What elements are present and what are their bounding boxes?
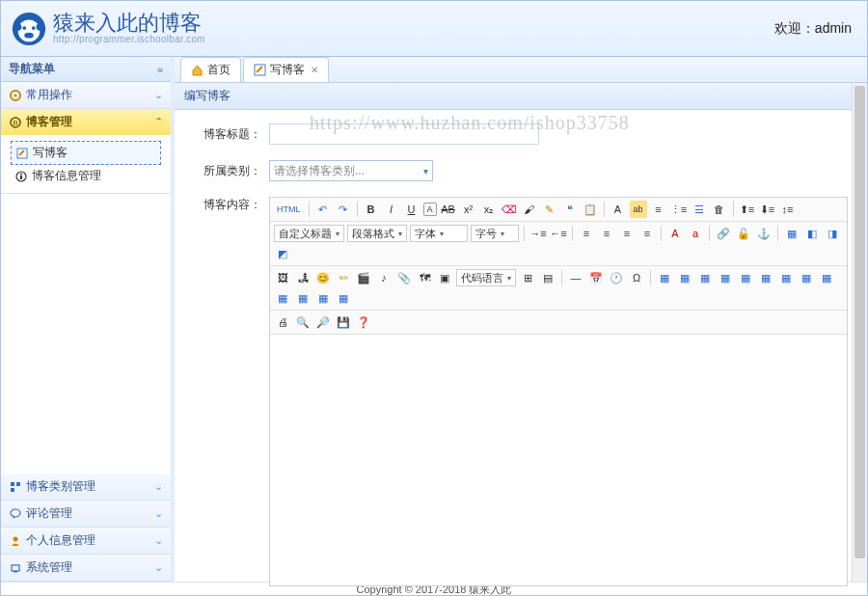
editor-toolbar-4: 🖨 🔍 🔎 💾 ❓: [270, 311, 847, 335]
subscript-icon[interactable]: x₂: [480, 201, 498, 218]
print-icon[interactable]: 🖨: [274, 313, 291, 331]
sidebar-section-blog[interactable]: B 博客管理 ⌃: [1, 109, 171, 135]
underline-icon[interactable]: U: [403, 201, 420, 218]
italic-icon[interactable]: I: [383, 201, 400, 218]
bold-icon[interactable]: B: [363, 201, 380, 218]
insertimage-icon[interactable]: 🏞: [294, 269, 312, 286]
font-select[interactable]: 字体▾: [410, 225, 468, 242]
searchreplace-icon[interactable]: 🔎: [314, 313, 332, 331]
time-icon[interactable]: 🕐: [608, 269, 625, 286]
editor-content-area[interactable]: [270, 335, 847, 585]
forecolor-icon[interactable]: A: [610, 201, 627, 218]
rowspacingbottom-icon[interactable]: ⬇≡: [759, 201, 776, 218]
attachment-icon[interactable]: 📎: [395, 269, 413, 286]
outdent-icon[interactable]: ←≡: [550, 225, 567, 242]
deletecol-icon[interactable]: ▦: [777, 269, 795, 286]
collapse-sidebar-icon[interactable]: «: [157, 64, 163, 75]
date-icon[interactable]: 📅: [587, 269, 605, 286]
backcolor-icon[interactable]: ab: [630, 201, 647, 218]
sidebar-section-common[interactable]: 常用操作 ⌄: [1, 82, 171, 108]
insertcol-icon[interactable]: ▦: [757, 269, 774, 286]
horizontal-icon[interactable]: —: [567, 269, 584, 286]
rowspacingtop-icon[interactable]: ⬆≡: [739, 201, 756, 218]
mergeright-icon[interactable]: ▦: [818, 269, 835, 286]
template-icon[interactable]: ⊞: [519, 269, 536, 286]
spechars-icon[interactable]: Ω: [628, 269, 645, 286]
removeformat-icon[interactable]: ⌫: [501, 201, 518, 218]
justifycenter-icon[interactable]: ≡: [598, 225, 615, 242]
fontsize-select[interactable]: 字号▾: [471, 225, 519, 242]
imagenone-icon[interactable]: ▦: [783, 225, 800, 242]
superscript-icon[interactable]: x²: [460, 201, 477, 218]
selectall-icon[interactable]: ☰: [691, 201, 708, 218]
drafts-icon[interactable]: 💾: [335, 313, 352, 331]
insertunorderedlist-icon[interactable]: ⋮≡: [670, 201, 688, 218]
insertframe-icon[interactable]: ▣: [436, 269, 453, 286]
lineheight-icon[interactable]: ↕≡: [779, 201, 797, 218]
touppercase-icon[interactable]: A: [666, 225, 684, 242]
mergedown-icon[interactable]: ▦: [274, 289, 291, 307]
close-tab-icon[interactable]: ✕: [311, 65, 318, 75]
redo-icon[interactable]: ↷: [335, 201, 352, 218]
splittocols-icon[interactable]: ▦: [335, 289, 352, 307]
deleterow-icon[interactable]: ▦: [737, 269, 754, 286]
info-icon: [14, 170, 28, 183]
fontborder-icon[interactable]: A: [423, 203, 437, 216]
formatmatch-icon[interactable]: 🖌: [521, 201, 538, 218]
splittorows-icon[interactable]: ▦: [314, 289, 332, 307]
svg-point-14: [20, 173, 22, 175]
sidebar-item-write-blog[interactable]: 写博客: [11, 141, 161, 165]
imageleft-icon[interactable]: ◧: [803, 225, 821, 242]
scrawl-icon[interactable]: ✏: [335, 269, 352, 286]
category-placeholder: 请选择博客类别...: [274, 163, 365, 179]
blog-title-input[interactable]: [269, 123, 539, 145]
strikethrough-icon[interactable]: AB: [440, 201, 457, 218]
sidebar-item-blog-info[interactable]: 博客信息管理: [11, 165, 161, 187]
inserttable-icon[interactable]: ▦: [656, 269, 673, 286]
chevron-up-icon: ⌃: [154, 116, 163, 128]
emotion-icon[interactable]: 😊: [314, 269, 332, 286]
sidebar-section-profile[interactable]: 个人信息管理⌄: [1, 528, 171, 554]
simpleupload-icon[interactable]: 🖼: [274, 269, 291, 286]
heading-select[interactable]: 自定义标题▾: [274, 225, 344, 242]
justifyjustify-icon[interactable]: ≡: [638, 225, 656, 242]
background-icon[interactable]: ▤: [539, 269, 556, 286]
undo-icon[interactable]: ↶: [314, 201, 332, 218]
autotypeset-icon[interactable]: ✎: [541, 201, 558, 218]
sidebar-section-comment[interactable]: 评论管理⌄: [1, 501, 171, 527]
category-select[interactable]: 请选择博客类别... ▾: [269, 160, 433, 181]
codelang-select[interactable]: 代码语言▾: [456, 269, 516, 286]
pasteplain-icon[interactable]: 📋: [582, 201, 599, 218]
insertvideo-icon[interactable]: 🎬: [355, 269, 372, 286]
sidebar-section-category[interactable]: 博客类别管理⌄: [1, 474, 171, 500]
preview-icon[interactable]: 🔍: [294, 313, 312, 331]
sidebar-section-system[interactable]: 系统管理⌄: [1, 555, 171, 581]
splittocells-icon[interactable]: ▦: [294, 289, 312, 307]
mergecells-icon[interactable]: ▦: [798, 269, 815, 286]
category-icon: [9, 480, 22, 494]
vertical-scrollbar[interactable]: [852, 84, 867, 582]
deletetable-icon[interactable]: ▦: [676, 269, 693, 286]
map-icon[interactable]: 🗺: [416, 269, 433, 286]
insertorderedlist-icon[interactable]: ≡: [650, 201, 667, 218]
insertrow-icon[interactable]: ▦: [717, 269, 734, 286]
source-button[interactable]: HTML: [274, 201, 304, 218]
insertparagraphbeforetable-icon[interactable]: ▦: [696, 269, 714, 286]
imagecenter-icon[interactable]: ◩: [274, 245, 291, 262]
imageright-icon[interactable]: ◨: [824, 225, 841, 242]
indent-icon[interactable]: →≡: [529, 225, 547, 242]
paragraph-select[interactable]: 段落格式▾: [347, 225, 407, 242]
music-icon[interactable]: ♪: [375, 269, 393, 286]
justifyleft-icon[interactable]: ≡: [578, 225, 595, 242]
tolowercase-icon[interactable]: a: [687, 225, 704, 242]
blockquote-icon[interactable]: ❝: [561, 201, 579, 218]
link-icon[interactable]: 🔗: [715, 225, 732, 242]
chevron-down-icon: ▾: [423, 166, 428, 176]
anchor-icon[interactable]: ⚓: [755, 225, 773, 242]
justifyright-icon[interactable]: ≡: [618, 225, 636, 242]
cleardoc-icon[interactable]: 🗑: [711, 201, 728, 218]
unlink-icon[interactable]: 🔓: [735, 225, 752, 242]
tab-home[interactable]: 首页: [180, 57, 241, 82]
tab-write-blog[interactable]: 写博客 ✕: [243, 57, 329, 82]
help-icon[interactable]: ❓: [355, 313, 372, 331]
